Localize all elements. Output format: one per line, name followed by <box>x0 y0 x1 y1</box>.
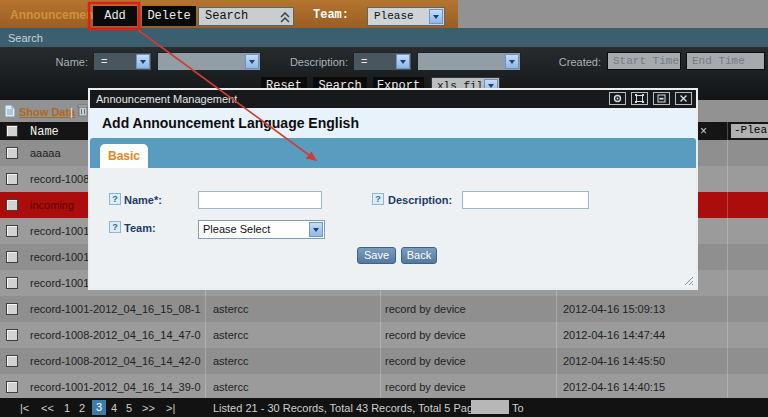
cell-name: record-1001-2012_04_16_14_39-0 <box>30 381 201 393</box>
prev-page-button[interactable]: << <box>41 402 54 414</box>
search-collapse-label: Search <box>205 9 248 23</box>
search-panel-title: Search <box>8 32 43 44</box>
table-row[interactable]: record-1001-2012_04_16_15_08-1 astercc r… <box>0 296 768 322</box>
back-button[interactable]: Back <box>401 247 437 264</box>
clear-filter-icon[interactable]: × <box>700 124 707 138</box>
maximize-icon[interactable] <box>631 92 648 105</box>
next-page-button[interactable]: >> <box>142 402 155 414</box>
target-icon[interactable] <box>609 92 626 105</box>
minimize-icon[interactable] <box>653 92 670 105</box>
cell-description: record by device <box>385 329 466 341</box>
question-icon[interactable]: ? <box>109 193 121 205</box>
chevron-down-icon[interactable] <box>429 9 443 24</box>
add-button[interactable]: Add <box>93 6 137 26</box>
row-checkbox[interactable] <box>6 199 18 211</box>
chevron-down-icon[interactable] <box>136 54 150 69</box>
description-field-input[interactable] <box>462 191 589 209</box>
jump-to-page-input[interactable] <box>471 400 509 414</box>
cell-name: record-1001- <box>30 277 93 289</box>
chevron-down-icon[interactable] <box>245 54 259 69</box>
delete-button[interactable]: Delete <box>142 6 196 26</box>
cell-description: record by device <box>385 381 466 393</box>
modal-heading-band: Add Announcement Language English <box>90 108 696 138</box>
column-filter-select[interactable]: -Plea <box>731 124 768 138</box>
team-label: Team: <box>313 8 349 22</box>
link-separator: | <box>70 106 73 118</box>
name-operator-value: = <box>101 55 107 67</box>
modal-window-controls <box>609 92 692 105</box>
page-number[interactable]: 5 <box>126 402 132 414</box>
modal-title-bar[interactable]: Announcement Management <box>90 90 696 108</box>
team-field-label: Team: <box>124 222 156 234</box>
current-page-number[interactable]: 3 <box>92 400 106 415</box>
double-chevron-up-icon <box>280 12 290 23</box>
table-row[interactable]: record-1008-2012_04_16_14_47-0 astercc r… <box>0 322 768 348</box>
tab-announcements[interactable]: Announcements <box>10 8 104 22</box>
row-checkbox[interactable] <box>6 303 18 315</box>
cell-team: astercc <box>213 303 248 315</box>
cell-description: record by device <box>385 303 466 315</box>
chevron-down-icon[interactable] <box>396 54 410 69</box>
page-number[interactable]: 4 <box>111 402 117 414</box>
modal-tab-bar: Basic <box>90 138 696 168</box>
name-field-input[interactable] <box>198 191 322 209</box>
cell-name: record-1001- <box>30 225 93 237</box>
name-value-select[interactable] <box>157 52 261 71</box>
column-divider <box>727 122 728 398</box>
select-all-checkbox[interactable] <box>6 125 18 137</box>
cell-name: record-1001-2012_04_16_15_08-1 <box>30 303 201 315</box>
cell-created: 2012-04-16 14:47:44 <box>563 329 665 341</box>
row-checkbox[interactable] <box>6 251 18 263</box>
modal-title: Announcement Management <box>96 93 237 105</box>
cell-name: record-1008-2012_04_16_14_42-0 <box>30 355 201 367</box>
close-icon[interactable] <box>675 92 692 105</box>
app-screen: Announcements Add Delete Search Team: Pl… <box>0 0 768 417</box>
filter-created-label: Created: <box>547 56 601 68</box>
row-checkbox[interactable] <box>6 277 18 289</box>
start-time-input[interactable]: Start Time <box>607 52 681 70</box>
modal-form: ? Name*: ? Description: ? Team: Please S… <box>90 168 696 288</box>
cell-name: record-1008-2012_04_16_14_47-0 <box>30 329 201 341</box>
end-time-input[interactable]: End Time <box>686 52 765 70</box>
row-checkbox[interactable] <box>6 355 18 367</box>
page-number[interactable]: 1 <box>64 402 70 414</box>
chevron-down-icon[interactable] <box>309 222 323 237</box>
cell-name: incoming <box>30 199 74 211</box>
cell-description: record by device <box>385 355 466 367</box>
first-page-button[interactable]: |< <box>20 402 29 414</box>
cell-name: record-1008- <box>30 173 93 185</box>
cell-name: aaaaa <box>30 147 61 159</box>
table-row[interactable]: record-1001-2012_04_16_14_39-0 astercc r… <box>0 374 768 400</box>
filter-name-label: Name: <box>36 56 88 68</box>
cell-team: astercc <box>213 355 248 367</box>
row-checkbox[interactable] <box>6 381 18 393</box>
cell-created: 2012-04-16 14:40:15 <box>563 381 665 393</box>
name-operator-select[interactable]: = <box>93 52 152 71</box>
save-button[interactable]: Save <box>357 247 396 264</box>
table-row[interactable]: record-1008-2012_04_16_14_42-0 astercc r… <box>0 348 768 374</box>
last-page-button[interactable]: >| <box>166 402 175 414</box>
team-field-value: Please Select <box>203 223 270 235</box>
name-column-header[interactable]: Name <box>30 125 59 139</box>
row-checkbox[interactable] <box>6 147 18 159</box>
description-value-select[interactable] <box>417 52 521 71</box>
chevron-down-icon[interactable] <box>505 54 519 69</box>
question-icon[interactable]: ? <box>372 193 384 205</box>
announcement-modal: Announcement Management Add Announcement… <box>88 88 698 290</box>
row-checkbox[interactable] <box>6 173 18 185</box>
team-field-select[interactable]: Please Select <box>198 220 325 239</box>
search-panel-header[interactable] <box>0 28 768 47</box>
team-select[interactable]: Please Select <box>367 7 445 26</box>
description-operator-select[interactable]: = <box>353 52 412 71</box>
question-icon[interactable]: ? <box>109 221 121 233</box>
row-checkbox[interactable] <box>6 329 18 341</box>
row-checkbox[interactable] <box>6 225 18 237</box>
tab-basic[interactable]: Basic <box>100 144 148 168</box>
search-collapse-select[interactable]: Search <box>198 7 294 26</box>
name-field-label: Name*: <box>124 194 162 206</box>
resize-handle-icon[interactable] <box>684 276 694 286</box>
page-number[interactable]: 2 <box>79 402 85 414</box>
show-data-link[interactable]: Show Data <box>19 106 75 118</box>
description-operator-value: = <box>361 55 367 67</box>
cell-team: astercc <box>213 381 248 393</box>
